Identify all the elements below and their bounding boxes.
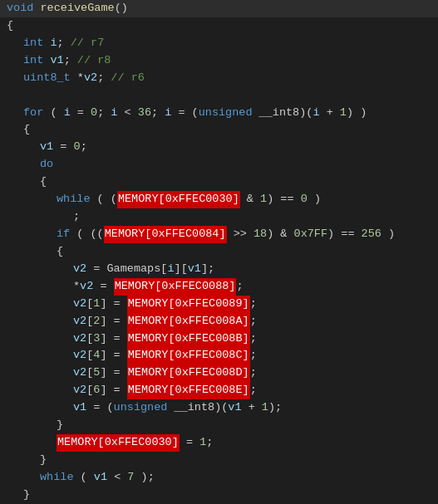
- line-3: int v1; // r8: [0, 52, 438, 70]
- memory-ref-008c: MEMORY[0xFFEC008C]: [127, 347, 250, 365]
- line-24: }: [0, 417, 438, 434]
- line-22: v2[6] = MEMORY[0xFFEC008E];: [0, 382, 438, 399]
- line-1: {: [0, 17, 438, 35]
- line-4: uint8_t *v2; // r6: [0, 70, 438, 87]
- memory-ref-008b: MEMORY[0xFFEC008B]: [127, 330, 250, 348]
- line-16: *v2 = MEMORY[0xFFEC0088];: [0, 278, 438, 296]
- line-28: }: [0, 487, 438, 504]
- code-container: void receiveGame() { int i; // r7 int v1…: [0, 0, 438, 504]
- line-25: MEMORY[0xFFEC0030] = 1;: [0, 434, 438, 452]
- line-11: while ( (MEMORY[0xFFEC0030] & 1) == 0 ): [0, 191, 438, 208]
- line-19: v2[3] = MEMORY[0xFFEC008B];: [0, 330, 438, 348]
- line-26: }: [0, 452, 438, 469]
- line-23: v1 = (unsigned __int8)(v1 + 1);: [0, 399, 438, 417]
- line-17: v2[1] = MEMORY[0xFFEC0089];: [0, 296, 438, 313]
- line-7: {: [0, 121, 438, 139]
- line-6: for ( i = 0; i < 36; i = (unsigned __int…: [0, 105, 438, 122]
- memory-ref-0089: MEMORY[0xFFEC0089]: [127, 296, 250, 313]
- line-13: if ( ((MEMORY[0xFFEC0084] >> 18) & 0x7FF…: [0, 226, 438, 243]
- line-15: v2 = Gamemaps[i][v1];: [0, 261, 438, 278]
- memory-ref-008a: MEMORY[0xFFEC008A]: [127, 313, 250, 330]
- line-2: int i; // r7: [0, 35, 438, 52]
- line-20: v2[4] = MEMORY[0xFFEC008C];: [0, 347, 438, 365]
- line-12: ;: [0, 208, 438, 226]
- line-8: v1 = 0;: [0, 139, 438, 156]
- line-18: v2[2] = MEMORY[0xFFEC008A];: [0, 313, 438, 330]
- line-5: [0, 87, 438, 105]
- memory-ref-0088: MEMORY[0xFFEC0088]: [114, 278, 237, 296]
- line-9: do: [0, 156, 438, 174]
- memory-ref-0030a: MEMORY[0xFFEC0030]: [117, 191, 240, 208]
- memory-ref-0030b: MEMORY[0xFFEC0030]: [57, 434, 180, 452]
- line-27: while ( v1 < 7 );: [0, 469, 438, 487]
- memory-ref-0084: MEMORY[0xFFEC0084]: [104, 226, 227, 243]
- line-header: void receiveGame(): [0, 0, 438, 17]
- line-14: {: [0, 243, 438, 261]
- memory-ref-008d: MEMORY[0xFFEC008D]: [127, 365, 250, 382]
- line-21: v2[5] = MEMORY[0xFFEC008D];: [0, 365, 438, 382]
- line-10: {: [0, 174, 438, 191]
- memory-ref-008e: MEMORY[0xFFEC008E]: [127, 382, 250, 399]
